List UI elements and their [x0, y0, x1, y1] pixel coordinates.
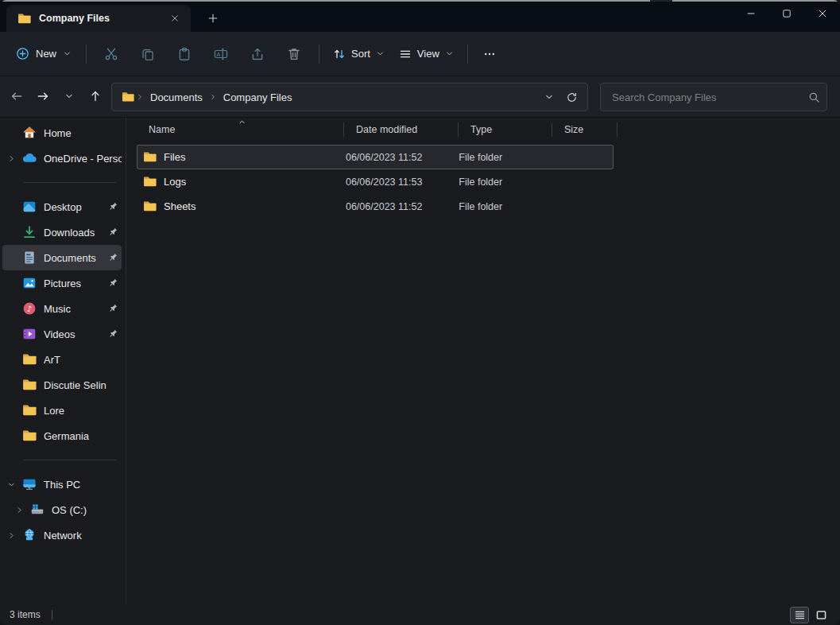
sidebar-item-label: Videos [44, 328, 104, 340]
file-row-files[interactable]: Files06/06/2023 11:52File folder [137, 145, 614, 169]
sidebar-item-desktop[interactable]: Desktop [2, 194, 122, 219]
folder-icon [20, 378, 39, 392]
column-header-label: Name [149, 124, 175, 135]
date-modified-cell: 06/06/2023 11:53 [343, 177, 455, 188]
file-name: Sheets [164, 200, 195, 212]
titlebar: Company Files [0, 0, 840, 32]
copy-button[interactable] [130, 40, 166, 68]
documents-icon [20, 250, 39, 265]
sidebar-item-documents[interactable]: Documents [2, 245, 122, 270]
arrow-left-icon [10, 90, 23, 103]
chevron-down-icon[interactable] [2, 480, 20, 489]
new-tab-button[interactable] [202, 7, 224, 29]
toolbar-divider [86, 45, 87, 64]
cut-button[interactable] [93, 40, 130, 68]
icons-view-icon [815, 609, 827, 621]
type-cell: File folder [455, 152, 548, 163]
folder-icon[interactable] [122, 91, 134, 103]
back-button[interactable] [3, 83, 29, 110]
more-options-button[interactable] [474, 40, 505, 68]
sidebar-item-network[interactable]: Network [2, 522, 122, 548]
onedrive-icon [20, 151, 39, 165]
maximize-icon [781, 8, 792, 19]
sidebar-item-home[interactable]: Home [2, 120, 122, 146]
navigation-bar: DocumentsCompany Files [0, 76, 840, 118]
column-header-type[interactable]: Type [459, 118, 552, 142]
close-tab-icon[interactable] [165, 9, 184, 28]
close-icon [817, 8, 828, 19]
sort-icon [333, 48, 346, 60]
explorer-tab[interactable]: Company Files [6, 5, 191, 32]
chevron-right-icon[interactable] [10, 506, 28, 514]
paste-icon [177, 47, 192, 61]
tab-title: Company Files [39, 13, 165, 24]
address-dropdown-button[interactable] [538, 86, 560, 108]
window-controls [733, 0, 840, 27]
icons-view-button[interactable] [811, 607, 830, 623]
file-name: Files [164, 151, 185, 163]
refresh-icon [566, 91, 578, 103]
close-window-button[interactable] [804, 0, 840, 27]
pin-icon [104, 252, 122, 263]
recent-locations-button[interactable] [56, 83, 82, 110]
up-button[interactable] [82, 83, 108, 110]
sidebar-item-os-c[interactable]: OS (C:) [2, 497, 122, 522]
file-row-sheets[interactable]: Sheets06/06/2023 11:52File folder [137, 194, 614, 219]
minimize-button[interactable] [733, 0, 768, 27]
share-button[interactable] [239, 40, 276, 68]
details-view-button[interactable] [790, 607, 809, 623]
sidebar-item-label: ArT [44, 354, 122, 366]
sidebar-item-germania[interactable]: Germania [2, 423, 122, 448]
sidebar-item-videos[interactable]: Videos [2, 321, 122, 347]
view-button[interactable]: View [392, 40, 461, 68]
chevron-right-icon[interactable] [2, 531, 20, 540]
sidebar-item-art[interactable]: ArT [2, 347, 122, 372]
sidebar-item-lore[interactable]: Lore [2, 398, 122, 423]
refresh-button[interactable] [560, 86, 583, 108]
pin-icon [104, 303, 122, 314]
minimize-icon [745, 8, 757, 19]
sidebar-item-music[interactable]: ♪Music [2, 296, 122, 321]
network-icon [20, 528, 39, 542]
rename-button[interactable]: A [203, 40, 239, 68]
address-bar[interactable]: DocumentsCompany Files [111, 83, 588, 111]
date-modified-cell: 06/06/2023 11:52 [343, 201, 455, 212]
chevron-right-icon[interactable] [2, 154, 20, 163]
maximize-button[interactable] [768, 0, 804, 27]
search-box[interactable] [600, 83, 827, 111]
column-divider[interactable] [617, 122, 617, 137]
folder-icon [143, 175, 157, 188]
file-list-pane: NameDate modifiedTypeSize Files06/06/202… [126, 118, 840, 604]
file-row-logs[interactable]: Logs06/06/2023 11:53File folder [137, 169, 614, 194]
sidebar-item-onedrive-persona[interactable]: OneDrive - Persona [2, 146, 122, 171]
search-icon [808, 91, 820, 103]
sidebar-item-downloads[interactable]: Downloads [2, 219, 122, 245]
column-header-size[interactable]: Size [552, 118, 617, 142]
delete-button[interactable] [276, 40, 312, 68]
file-name-cell: Files [137, 150, 343, 164]
paste-button[interactable] [166, 40, 203, 68]
column-header-date-modified[interactable]: Date modified [344, 118, 459, 142]
share-icon [250, 47, 265, 61]
sidebar-item-discutie-selin[interactable]: Discutie Selin [2, 372, 122, 398]
plus-circle-icon [16, 47, 29, 60]
breadcrumb-item-company-files[interactable]: Company Files [219, 89, 297, 106]
folder-icon [20, 352, 39, 367]
new-button[interactable]: New [8, 40, 79, 68]
rename-icon: A [214, 47, 228, 61]
sidebar-item-this-pc[interactable]: This PC [2, 472, 122, 497]
search-input[interactable] [610, 91, 808, 104]
breadcrumb-item-documents[interactable]: Documents [145, 89, 207, 106]
pin-icon [104, 328, 122, 340]
sort-ascending-icon [238, 118, 246, 126]
folder-icon [20, 403, 39, 417]
sidebar-item-label: OS (C:) [52, 504, 122, 516]
column-header-name[interactable]: Name [137, 118, 344, 142]
sort-button[interactable]: Sort [326, 40, 392, 68]
arrow-up-icon [89, 90, 102, 103]
sidebar-item-pictures[interactable]: Pictures [2, 270, 122, 296]
folder-icon [17, 12, 31, 25]
chevron-down-icon [63, 49, 72, 58]
forward-button[interactable] [29, 83, 56, 110]
chevron-right-icon [209, 93, 217, 101]
